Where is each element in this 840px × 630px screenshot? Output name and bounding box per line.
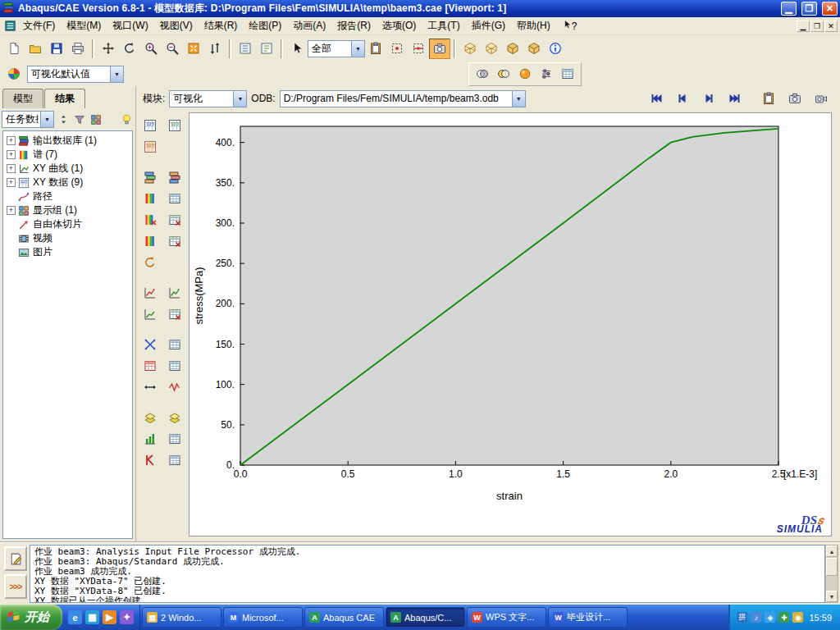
tree-item-9[interactable]: 图片 xyxy=(5,245,132,259)
scroll-down-icon[interactable]: ▼ xyxy=(826,591,838,602)
chevron-down-icon[interactable]: ▼ xyxy=(351,41,364,57)
tree-item-8[interactable]: 视频 xyxy=(5,231,132,245)
context-help-button[interactable]: ? xyxy=(556,17,583,34)
symbol-plot-button[interactable] xyxy=(139,210,161,230)
print-button[interactable] xyxy=(67,39,89,59)
orientation-plot-button[interactable] xyxy=(139,231,161,251)
chevron-down-icon[interactable]: ▼ xyxy=(40,112,53,127)
select-cursor-button[interactable] xyxy=(286,39,308,59)
open-file-button[interactable] xyxy=(25,39,46,59)
contour-options-button[interactable] xyxy=(163,167,185,187)
render-ball-button[interactable] xyxy=(514,64,536,84)
close-button[interactable]: ✕ xyxy=(822,2,838,16)
chevron-down-icon[interactable]: ▼ xyxy=(233,91,246,107)
expand-plus-icon[interactable]: + xyxy=(7,164,16,173)
quick-launch-media[interactable]: ▶ xyxy=(103,610,116,624)
child-close-button[interactable]: ✕ xyxy=(824,21,838,32)
animation-scale-button[interactable] xyxy=(139,429,161,449)
contour-legend-button[interactable]: 123 xyxy=(163,116,185,135)
title-bar[interactable]: Abaqus/CAE Version 6.8-1 - 模型数据库: D:\Pro… xyxy=(0,0,840,17)
snapshot-camera-button[interactable] xyxy=(784,89,806,109)
tree-filter-button[interactable] xyxy=(72,112,87,127)
menu-item-2[interactable]: 模型(M) xyxy=(61,16,107,35)
selection-filter-combo[interactable]: 全部▼ xyxy=(308,40,365,57)
chevron-down-icon[interactable]: ▼ xyxy=(512,91,525,107)
view-cut-button[interactable] xyxy=(139,408,161,427)
highlight-selection-button[interactable] xyxy=(429,39,450,59)
tree-item-4[interactable]: +123XY 数据 (9) xyxy=(5,176,132,189)
menu-item-9[interactable]: 选项(O) xyxy=(377,16,422,35)
child-restore-button[interactable]: ❐ xyxy=(810,21,824,32)
task-button-1[interactable]: ▤2 Windo... xyxy=(142,607,221,628)
menu-item-11[interactable]: 插件(G) xyxy=(466,16,511,35)
expand-plus-icon[interactable]: + xyxy=(7,150,16,159)
contour-plot-button[interactable] xyxy=(139,167,161,187)
tree-item-2[interactable]: +谱 (7) xyxy=(5,148,132,162)
tree-item-5[interactable]: 路径 xyxy=(5,189,132,203)
menu-item-6[interactable]: 绘图(P) xyxy=(243,16,287,35)
viewport-1[interactable]: 0.00.51.01.52.02.50.50.100.150.200.250.3… xyxy=(189,112,832,536)
quick-launch-desktop[interactable]: ▦ xyxy=(85,610,99,624)
quick-launch-messenger[interactable]: ✦ xyxy=(120,610,134,624)
hidden-line-render-button[interactable] xyxy=(481,39,502,59)
stress-linearization-button[interactable] xyxy=(163,377,185,397)
result-sliders-button[interactable] xyxy=(536,64,557,84)
record-movie-button[interactable] xyxy=(810,89,832,109)
result-table-button[interactable] xyxy=(557,64,578,84)
view-cut-manager-button[interactable] xyxy=(163,408,185,427)
field-output-button[interactable]: 123 xyxy=(139,137,161,157)
animate-next-button[interactable] xyxy=(698,89,719,109)
select-crossing-button[interactable] xyxy=(408,39,429,59)
tree-item-3[interactable]: +XY 曲线 (1) xyxy=(5,162,132,176)
display-group-manager-button[interactable] xyxy=(163,450,185,470)
new-file-button[interactable] xyxy=(3,39,25,59)
auto-fit-button[interactable] xyxy=(183,39,204,59)
message-log[interactable]: 作业 beam3: Analysis Input File Processor … xyxy=(30,545,825,603)
xy-curve-manager-button[interactable] xyxy=(163,356,185,376)
save-button[interactable] xyxy=(46,39,67,59)
tree-tips-button[interactable] xyxy=(119,112,134,127)
expand-plus-icon[interactable]: + xyxy=(7,206,16,215)
orientation-options-button[interactable] xyxy=(163,231,185,251)
view-options-button[interactable] xyxy=(235,39,256,59)
color-code-button[interactable] xyxy=(3,64,25,84)
spectrum-plot-button[interactable] xyxy=(139,189,161,208)
copy-viewport-button[interactable] xyxy=(758,89,779,109)
zoom-out-button[interactable] xyxy=(162,39,183,59)
tab-结果[interactable]: 结果 xyxy=(44,89,85,108)
contour-values-button[interactable]: 123 xyxy=(139,116,161,135)
animation-options-button[interactable] xyxy=(163,429,185,449)
datum-list-button[interactable] xyxy=(256,39,277,59)
overlay-plot-button[interactable] xyxy=(493,64,514,84)
chevron-down-icon[interactable]: ▼ xyxy=(110,66,123,82)
child-minimize-button[interactable]: ▁ xyxy=(797,21,810,32)
info-button[interactable] xyxy=(545,39,566,59)
symbol-options-button[interactable] xyxy=(163,210,185,230)
scroll-thumb[interactable] xyxy=(826,558,838,576)
message-area-tab-button[interactable] xyxy=(4,546,27,571)
menu-item-3[interactable]: 视口(W) xyxy=(107,16,153,35)
tree-item-6[interactable]: +显示组 (1) xyxy=(5,203,132,217)
menu-item-5[interactable]: 结果(R) xyxy=(199,16,244,35)
expand-plus-icon[interactable]: + xyxy=(7,178,16,187)
menu-item-7[interactable]: 动画(A) xyxy=(287,16,331,35)
task-button-4[interactable]: AAbaqus/C... xyxy=(386,607,465,628)
color-mappings-combo[interactable]: 可视化默认值▼ xyxy=(27,66,124,83)
superimpose-plot-button[interactable] xyxy=(472,64,493,84)
tree-item-7[interactable]: 自由体切片 xyxy=(5,217,132,231)
animate-prev-button[interactable] xyxy=(672,89,693,109)
animate-first-button[interactable] xyxy=(646,89,667,109)
tree-filter-combo[interactable]: 任务数据 ▼ xyxy=(2,111,54,128)
message-scrollbar[interactable]: ▲ ▼ xyxy=(825,545,838,603)
pan-view-button[interactable] xyxy=(98,39,119,59)
rotate-view-button[interactable] xyxy=(119,39,140,59)
minimize-button[interactable]: ▁ xyxy=(781,2,797,16)
xy-expression-button[interactable] xyxy=(139,304,161,324)
perspective-button[interactable] xyxy=(523,39,545,59)
tree-expand-button[interactable] xyxy=(89,112,103,127)
tab-模型[interactable]: 模型 xyxy=(2,89,43,108)
xy-odb-history-button[interactable] xyxy=(163,283,185,303)
spectrum-options-button[interactable] xyxy=(163,189,185,208)
task-button-2[interactable]: MMicrosof... xyxy=(223,607,303,628)
xy-data-manager-button[interactable] xyxy=(139,356,161,376)
